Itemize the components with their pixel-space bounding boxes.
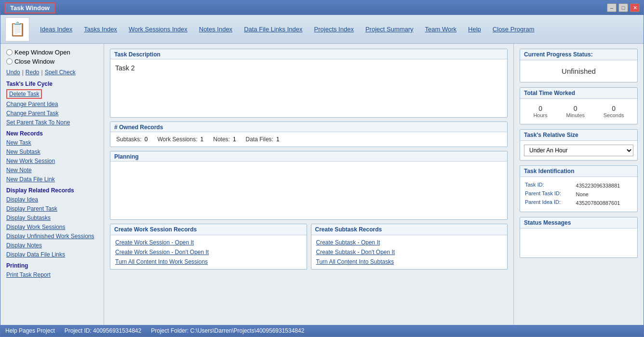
nav-work-sessions-index[interactable]: Work Sessions Index [123,24,193,35]
notes-item: Notes: 1 [213,136,236,143]
app-logo: 📋 [5,17,29,41]
nav-team-work[interactable]: Team Work [419,24,463,35]
display-work-sessions-link[interactable]: Display Work Sessions [6,223,98,231]
owned-records-box: # Owned Records Subtasks: 0 Work Session… [110,121,508,147]
new-work-session-link[interactable]: New Work Session [6,157,98,165]
change-parent-task-link[interactable]: Change Parent Task [6,109,98,117]
sidebar: Keep Window Open Close Window Undo | Red… [0,44,104,325]
subtasks-item: Subtasks: 0 [116,136,148,143]
seconds-value: 0 [604,105,624,112]
display-subtasks-link[interactable]: Display Subtasks [6,214,98,222]
create-work-session-label: Create Work Session Records [110,224,307,235]
logo-icon: 📋 [9,21,26,37]
owned-records-content: Subtasks: 0 Work Sessions: 1 Notes: 1 Da… [110,132,507,147]
nav-tasks-index[interactable]: Tasks Index [78,24,123,35]
create-subtask-label: Create Subtask Records [311,224,508,235]
turn-all-content-subtasks-link[interactable]: Turn All Content Into Subtasks [316,258,503,265]
new-data-file-link-link[interactable]: New Data File Link [6,175,98,183]
minutes-item: 0 Minutes [566,105,585,118]
lifecycle-title: Task's Life Cycle [6,81,98,87]
title-bar: Task Window – □ ✕ [0,0,644,15]
parent-task-id-row: Parent Task ID: None [525,190,632,198]
create-work-session-panel: Create Work Session Records Create Work … [110,224,307,270]
new-note-link[interactable]: New Note [6,166,98,174]
display-data-file-links-link[interactable]: Display Data File Links [6,251,98,258]
task-identification-title: Task Identification [520,166,637,177]
display-unfinished-work-sessions-link[interactable]: Display Unfinished Work Sessions [6,232,98,240]
parent-idea-id-value: 435207800887601 [576,199,632,207]
center-content: Task Description Task 2 # Owned Records … [104,44,513,325]
right-panel: Current Progress Status: Unfinished Tota… [513,44,644,325]
status-messages-title: Status Messages [520,217,637,229]
close-window-radio[interactable]: Close Window [6,58,98,65]
window-mode-group: Keep Window Open Close Window [6,49,98,65]
close-button[interactable]: ✕ [630,3,640,12]
relative-size-content: Under An Hour 1 Hour 2 Hours Half Day Fu… [520,141,637,160]
owned-records-label: # Owned Records [110,122,507,132]
progress-status-title: Current Progress Status: [520,49,637,60]
change-parent-idea-link[interactable]: Change Parent Idea [6,100,98,108]
sep2: | [41,69,43,76]
hours-value: 0 [533,105,547,112]
undo-link[interactable]: Undo [6,69,20,76]
keep-window-open-radio[interactable]: Keep Window Open [6,49,98,56]
new-subtask-link[interactable]: New Subtask [6,148,98,156]
relative-size-dropdown[interactable]: Under An Hour 1 Hour 2 Hours Half Day Fu… [524,145,633,156]
nav-help[interactable]: Help [462,24,487,35]
nav-links: Ideas Index Tasks Index Work Sessions In… [34,24,540,35]
progress-status-section: Current Progress Status: Unfinished [520,49,638,82]
create-subtask-open-link[interactable]: Create Subtask - Open It [316,239,503,246]
printing-title: Printing [6,262,98,269]
task-id-value: 435223096338881 [576,182,632,189]
minutes-label: Minutes [566,112,585,118]
keep-window-open-label: Keep Window Open [14,49,70,56]
nav-data-file-links-index[interactable]: Data File Links Index [238,24,308,35]
nav-bar: 📋 Ideas Index Tasks Index Work Sessions … [0,15,644,44]
time-worked-title: Total Time Worked [520,88,637,99]
main-window: Task Window – □ ✕ 📋 Ideas Index Tasks In… [0,0,644,337]
seconds-label: Seconds [604,112,624,118]
create-subtask-dont-open-link[interactable]: Create Subtask - Don't Open It [316,249,503,256]
new-task-link[interactable]: New Task [6,139,98,147]
task-description-content[interactable]: Task 2 [110,59,507,117]
create-work-session-dont-open-link[interactable]: Create Work Session - Don't Open It [115,249,302,256]
task-description-label: Task Description [110,49,507,59]
task-id-label: Task ID: [525,182,575,189]
progress-status-content: Unfinished [520,60,637,82]
main-area: Keep Window Open Close Window Undo | Red… [0,44,644,325]
new-records-title: New Records [6,130,98,137]
status-messages-section: Status Messages [520,217,638,258]
minimize-button[interactable]: – [607,3,617,12]
display-parent-task-link[interactable]: Display Parent Task [6,205,98,213]
relative-size-section: Task's Relative Size Under An Hour 1 Hou… [520,129,638,161]
task-identification-section: Task Identification Task ID: 43522309633… [520,165,638,212]
turn-all-content-work-sessions-link[interactable]: Turn All Content Into Work Sessions [115,258,302,265]
nav-notes-index[interactable]: Notes Index [193,24,238,35]
status-project: Help Pages Project [5,327,55,334]
task-description-box: Task Description Task 2 [110,49,508,118]
nav-close-program[interactable]: Close Program [487,24,540,35]
create-subtask-content: Create Subtask - Open It Create Subtask … [311,235,508,269]
nav-ideas-index[interactable]: Ideas Index [34,24,78,35]
nav-projects-index[interactable]: Projects Index [309,24,360,35]
progress-status-value: Unfinished [524,64,633,78]
display-idea-link[interactable]: Display Idea [6,196,98,203]
planning-content[interactable] [110,162,507,219]
notes-value: 1 [233,136,236,143]
work-sessions-value: 1 [201,136,204,143]
print-task-report-link[interactable]: Print Task Report [6,271,98,279]
close-window-label: Close Window [14,58,54,65]
id-table: Task ID: 435223096338881 Parent Task ID:… [524,181,633,208]
work-sessions-item: Work Sessions: 1 [157,136,203,143]
parent-task-id-label: Parent Task ID: [525,190,575,198]
nav-project-summary[interactable]: Project Summary [360,24,419,35]
spell-check-link[interactable]: Spell Check [45,69,76,76]
planning-box: Planning [110,151,508,220]
set-parent-task-none-link[interactable]: Set Parent Task To None [6,119,98,126]
create-work-session-open-link[interactable]: Create Work Session - Open It [115,239,302,246]
display-notes-link[interactable]: Display Notes [6,242,98,249]
hours-label: Hours [533,112,547,118]
maximize-button[interactable]: □ [618,3,628,12]
delete-task-link[interactable]: Delete Task [6,89,42,99]
redo-link[interactable]: Redo [26,69,40,76]
